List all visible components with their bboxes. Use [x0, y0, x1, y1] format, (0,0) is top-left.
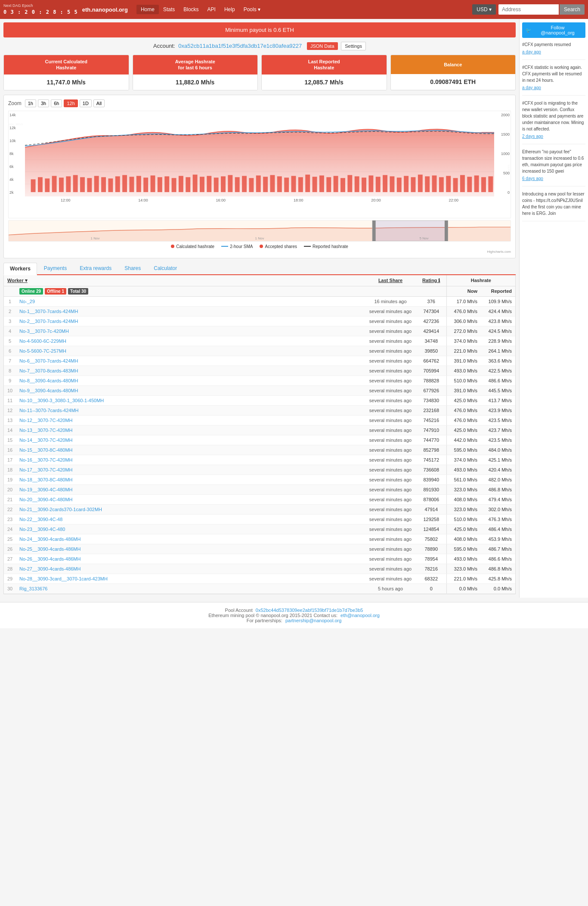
zoom-6h[interactable]: 6h	[51, 99, 62, 107]
json-data-button[interactable]: JSON Data	[307, 42, 338, 50]
nav-help[interactable]: Help	[220, 5, 239, 14]
worker-link[interactable]: No-20__3090-4C-480MH	[19, 497, 73, 502]
nav-home[interactable]: Home	[136, 5, 159, 14]
worker-link[interactable]: No-26__3090-4cards-486MH	[19, 556, 80, 562]
worker-link[interactable]: No-_29	[19, 299, 35, 304]
row-now: 391.0 Mh/s	[446, 385, 481, 395]
tab-shares[interactable]: Shares	[118, 263, 147, 274]
table-header-row-1: Worker ▾ Last Share Rating ℹ Hashrate	[4, 275, 515, 286]
last-share-sort[interactable]: Last Share	[378, 278, 402, 283]
table-row: 2 No-1__3070-7cards-424MH several minute…	[4, 306, 515, 316]
row-lastshare: several minutes ago	[365, 375, 416, 385]
tab-calculator[interactable]: Calculator	[148, 263, 183, 274]
svg-rect-57	[376, 177, 381, 192]
worker-link[interactable]: No-4-5600-6C-229MH	[19, 338, 66, 344]
worker-link[interactable]: No-13__3070-7C-420MH	[19, 428, 73, 433]
row-worker: No-16__3070-7C-420MH	[16, 455, 365, 465]
row-reported: 264.1 Mh/s	[481, 346, 515, 356]
worker-link[interactable]: No-15__3070-8C-480MH	[19, 447, 73, 453]
news-time[interactable]: a day ago	[522, 84, 585, 91]
tab-payments[interactable]: Payments	[38, 263, 73, 274]
sidebar-news: #CFX payments resumeda day ago#CFX stati…	[522, 41, 585, 221]
worker-link[interactable]: No-10__3090-3_3080-1_3060-1-450MH	[19, 398, 104, 403]
email-link[interactable]: eth@nanopool.org	[340, 613, 380, 618]
twitter-follow[interactable]: 🐦 Follow @nanopool_org	[522, 22, 585, 38]
worker-sort[interactable]: Worker ▾	[7, 278, 28, 283]
nav-api[interactable]: API	[203, 5, 220, 14]
stat-card-value-1: 11,882.0 Mh/s	[133, 74, 258, 90]
worker-link[interactable]: No-6__3070-7cards-424MH	[19, 358, 78, 363]
row-reported: 484.0 Mh/s	[481, 445, 515, 455]
worker-link[interactable]: No-2__3070-7cards-424MH	[19, 319, 78, 324]
news-time[interactable]: 6 days ago	[522, 175, 585, 182]
tab-workers[interactable]: Workers	[3, 263, 37, 275]
worker-link[interactable]: No-22__3090-4C-48	[19, 517, 62, 522]
row-now: 595.0 Mh/s	[446, 445, 481, 455]
row-now: 0.0 Mh/s	[446, 583, 481, 593]
pool-account-address[interactable]: 0x52bc44d5378309ee2abf1539bf71de1b7d7be3…	[256, 608, 363, 613]
settings-button[interactable]: Settings	[341, 42, 366, 50]
worker-link[interactable]: No-3__3070-7c-420MH	[19, 329, 69, 334]
worker-link[interactable]: No-5-5600-7C-257MH	[19, 348, 66, 354]
news-time[interactable]: a day ago	[522, 49, 585, 55]
zoom-1h[interactable]: 1h	[25, 99, 36, 107]
worker-link[interactable]: No-24__3090-4cards-486MH	[19, 537, 80, 542]
svg-rect-59	[390, 176, 394, 192]
row-reported: 302.0 Mh/s	[481, 504, 515, 514]
svg-rect-37	[235, 177, 240, 192]
row-now: 374.0 Mh/s	[446, 336, 481, 346]
worker-link[interactable]: No-28__3090-3card__3070-1card-423MH	[19, 576, 108, 581]
worker-link[interactable]: No-11--3070-7cards-424MH	[19, 408, 79, 413]
table-row: 22 No-21__3090-2cards370-1card-302MH sev…	[4, 504, 515, 514]
svg-rect-63	[418, 174, 423, 192]
worker-link[interactable]: No-27__3090-4cards-486MH	[19, 566, 80, 571]
search-button[interactable]: Search	[560, 4, 585, 15]
worker-link[interactable]: No-9__3090-4cards-480MH	[19, 388, 78, 393]
nav-pools[interactable]: Pools ▾	[239, 5, 265, 14]
table-row: 5 No-4-5600-6C-229MH several minutes ago…	[4, 336, 515, 346]
row-lastshare: several minutes ago	[365, 395, 416, 405]
row-lastshare: several minutes ago	[365, 475, 416, 484]
tab-extra-rewards[interactable]: Extra rewards	[74, 263, 118, 274]
col-lastshare-sub	[365, 286, 416, 296]
partnership-email-link[interactable]: partnership@nanopool.org	[285, 618, 341, 623]
col-badges: Online 29 Offline 1 Total 30	[16, 286, 365, 296]
zoom-1d[interactable]: 1D	[80, 99, 92, 107]
worker-link[interactable]: No-18__3070-8C-480MH	[19, 477, 73, 482]
worker-link[interactable]: No-7__3070-8cards-483MH	[19, 368, 78, 373]
svg-rect-24	[143, 177, 148, 192]
worker-link[interactable]: No-14__3070-7C-420MH	[19, 437, 73, 443]
row-now: 323.0 Mh/s	[446, 484, 481, 494]
worker-link[interactable]: No-8__3090-4cards-480MH	[19, 378, 78, 383]
worker-link[interactable]: No-25__3090-4cards-486MH	[19, 546, 80, 552]
zoom-all[interactable]: All	[93, 99, 105, 107]
row-rating: 78216	[416, 564, 446, 574]
worker-link[interactable]: No-17__3070-7C-420MH	[19, 467, 73, 472]
row-worker: No-25__3090-4cards-486MH	[16, 544, 365, 554]
worker-link[interactable]: No-12__3070-7C-420MH	[19, 418, 73, 423]
row-num: 3	[4, 316, 16, 326]
worker-link[interactable]: No-21__3090-2cards370-1card-302MH	[19, 507, 102, 512]
address-input[interactable]	[498, 4, 559, 15]
account-address[interactable]: 0xa52cb11a1ba1f51e3f5dfa3db17e1c80afea92…	[178, 43, 302, 49]
row-worker: No-9__3090-4cards-480MH	[16, 385, 365, 395]
badge-online[interactable]: Online 29	[19, 288, 43, 295]
news-time[interactable]: 2 days ago	[522, 133, 585, 140]
currency-button[interactable]: USD ▾	[472, 4, 496, 15]
nav-stats[interactable]: Stats	[159, 5, 179, 14]
worker-link[interactable]: Rig_3133676	[19, 586, 47, 591]
row-now: 425.0 Mh/s	[446, 425, 481, 435]
worker-link[interactable]: No-23__3090-4C-480	[19, 527, 65, 532]
worker-link[interactable]: No-1__3070-7cards-424MH	[19, 309, 78, 314]
badge-offline[interactable]: Offline 1	[45, 288, 66, 295]
nav-blocks[interactable]: Blocks	[179, 5, 203, 14]
row-reported: 425.8 Mh/s	[481, 574, 515, 583]
row-rating: 124854	[416, 524, 446, 534]
table-row: 14 No-13__3070-7C-420MH several minutes …	[4, 425, 515, 435]
rating-sort[interactable]: Rating ℹ	[422, 278, 440, 283]
zoom-12h[interactable]: 12h	[64, 99, 77, 107]
worker-link[interactable]: No-19__3090-4C-480MH	[19, 487, 73, 492]
zoom-3h[interactable]: 3h	[38, 99, 49, 107]
badge-total[interactable]: Total 30	[68, 288, 88, 295]
worker-link[interactable]: No-16__3070-7C-420MH	[19, 457, 73, 462]
